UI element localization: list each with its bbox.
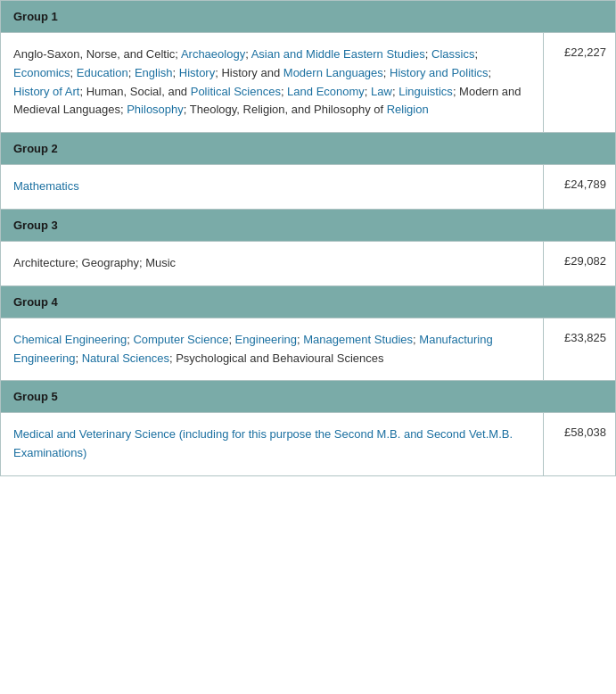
subject-link[interactable]: Asian and Middle Eastern Studies	[251, 47, 425, 61]
subject-text: ; Psychological and Behavioural Sciences	[169, 351, 384, 365]
subject-text: Anglo-Saxon, Norse, and Celtic;	[13, 47, 181, 61]
subject-link[interactable]: Natural Sciences	[82, 351, 169, 365]
group-fee-2: £24,789	[544, 165, 615, 209]
subject-text: ;	[365, 85, 371, 98]
subject-link[interactable]: Classics	[431, 47, 474, 61]
subject-link[interactable]: Religion	[387, 103, 429, 116]
group-subjects-1: Anglo-Saxon, Norse, and Celtic; Archaeol…	[1, 33, 544, 132]
subject-text: ; Human, Social, and	[79, 85, 190, 98]
group-row-1: Anglo-Saxon, Norse, and Celtic; Archaeol…	[1, 32, 615, 132]
group-header-3: Group 3	[1, 209, 615, 241]
group-subjects-3: Architecture; Geography; Music	[1, 242, 544, 285]
subject-link[interactable]: Chemical Engineering	[13, 333, 127, 346]
subject-text: ;	[70, 66, 77, 79]
subject-link[interactable]: Philosophy	[127, 103, 184, 116]
subject-text: ;	[228, 333, 234, 346]
subject-link[interactable]: History	[179, 66, 215, 79]
subject-link[interactable]: Archaeology	[181, 47, 245, 61]
group-fee-5: £58,038	[544, 413, 615, 475]
group-header-4: Group 4	[1, 285, 615, 318]
subject-link[interactable]: Mathematics	[13, 179, 79, 193]
subject-text: ; History and	[215, 66, 283, 79]
subject-link[interactable]: Engineering	[235, 333, 297, 346]
group-fee-4: £33,825	[544, 318, 615, 381]
subject-link[interactable]: Economics	[13, 66, 70, 79]
group-fee-1: £22,227	[544, 33, 615, 132]
subject-link[interactable]: Linguistics	[398, 85, 453, 98]
group-subjects-5: Medical and Veterinary Science (includin…	[1, 413, 544, 475]
subject-text: ;	[474, 47, 478, 61]
group-row-5: Medical and Veterinary Science (includin…	[1, 412, 615, 475]
group-header-1: Group 1	[1, 1, 615, 32]
subject-text: ;	[128, 66, 135, 79]
group-fee-3: £29,082	[544, 242, 615, 285]
subject-link[interactable]: Modern Languages	[283, 66, 383, 79]
subject-text: Architecture; Geography; Music	[13, 256, 176, 269]
subject-text: ;	[425, 47, 431, 61]
fees-table: Group 1Anglo-Saxon, Norse, and Celtic; A…	[0, 0, 616, 476]
group-subjects-4: Chemical Engineering; Computer Science; …	[1, 318, 544, 381]
group-header-2: Group 2	[1, 132, 615, 164]
subject-link[interactable]: History of Art	[13, 85, 79, 98]
subject-text: ;	[383, 66, 390, 79]
subject-link[interactable]: Medical and Veterinary Science (includin…	[13, 427, 513, 459]
subject-text: ; Theology, Religion, and Philosophy of	[184, 103, 387, 116]
group-row-4: Chemical Engineering; Computer Science; …	[1, 318, 615, 381]
subject-text: ;	[489, 66, 492, 79]
subject-text: ;	[75, 351, 81, 365]
subject-link[interactable]: Political Sciences	[191, 85, 281, 98]
subject-link[interactable]: English	[135, 66, 173, 79]
group-row-2: Mathematics£24,789	[1, 164, 615, 209]
subject-link[interactable]: Computer Science	[133, 333, 228, 346]
subject-link[interactable]: Education	[77, 66, 128, 79]
subject-link[interactable]: Management Studies	[303, 333, 413, 346]
group-header-5: Group 5	[1, 380, 615, 412]
subject-link[interactable]: Land Economy	[287, 85, 365, 98]
group-row-3: Architecture; Geography; Music£29,082	[1, 241, 615, 285]
subject-link[interactable]: Law	[371, 85, 392, 98]
subject-link[interactable]: History and Politics	[390, 66, 489, 79]
subject-text: ;	[173, 66, 179, 79]
group-subjects-2: Mathematics	[1, 165, 544, 209]
